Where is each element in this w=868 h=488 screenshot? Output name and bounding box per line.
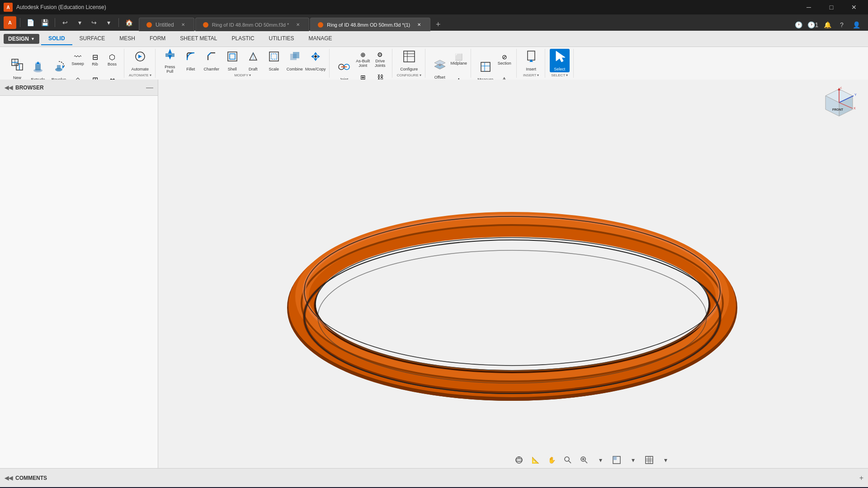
user-icon[interactable]: 👤 xyxy=(850,19,863,31)
history-icon[interactable]: 🕑1 xyxy=(807,19,819,31)
interference-button[interactable]: ⚠ Interfer. xyxy=(496,71,513,80)
combine-button[interactable]: Combine xyxy=(285,49,305,72)
select-button[interactable]: Select xyxy=(550,49,570,72)
select-group-label[interactable]: SELECT ▾ xyxy=(551,72,568,78)
pan-button[interactable]: ✋ xyxy=(544,454,559,466)
tab-solid[interactable]: SOLID xyxy=(41,33,72,45)
press-pull-button[interactable]: Press Pull xyxy=(160,49,180,72)
scale-button[interactable]: Scale xyxy=(264,49,284,72)
configure-btn[interactable]: Configure xyxy=(399,49,419,72)
boss-icon: ⬡ xyxy=(109,53,115,61)
tab-mesh[interactable]: MESH xyxy=(112,33,142,45)
undo-dropdown[interactable]: ▾ xyxy=(73,16,86,29)
tab-ring1[interactable]: Ring of ID 48.8mm OD 50mm.f3d * ✕ xyxy=(195,18,310,31)
loft-button[interactable]: ◇ Loft xyxy=(70,71,86,80)
undo-button[interactable]: ↩ xyxy=(59,16,71,29)
main-area: ◀◀ BROWSER — xyxy=(0,80,868,468)
grid-dropdown[interactable]: ▾ xyxy=(658,454,673,466)
tab-untitled[interactable]: Untitled ✕ xyxy=(139,18,194,31)
chamfer-button[interactable]: Chamfer xyxy=(202,49,222,72)
fillet-button[interactable]: Fillet xyxy=(181,49,201,72)
ribbon-tabs: SOLID SURFACE MESH FORM SHEET METAL PLAS… xyxy=(41,33,340,45)
comments-panel: ◀◀ COMMENTS + xyxy=(0,468,868,487)
close-button[interactable]: ✕ xyxy=(844,0,864,14)
rigid-group-button[interactable]: ⊞ RigidGroup xyxy=(355,71,371,80)
tab-surface[interactable]: SURFACE xyxy=(72,33,113,45)
configure-group-label[interactable]: CONFIGURE ▾ xyxy=(397,72,421,78)
new-component-icon xyxy=(10,57,24,75)
viewport[interactable]: FRONT Z Y X 📐 ✋ xyxy=(158,80,868,468)
tab-sheet-metal[interactable]: SHEET METAL xyxy=(173,33,224,45)
browser-content xyxy=(0,96,158,468)
tab-form[interactable]: FORM xyxy=(142,33,173,45)
sweep-button[interactable]: 〰 Sweep xyxy=(70,49,86,70)
look-at-button[interactable]: 📐 xyxy=(528,454,542,466)
as-built-joint-button[interactable]: ⊕ As-BuiltJoint xyxy=(355,49,371,70)
svg-marker-27 xyxy=(314,58,317,61)
display-mode-button[interactable] xyxy=(609,454,624,466)
extrude-button[interactable]: Extrude xyxy=(28,59,48,80)
automate-button[interactable]: Automate xyxy=(130,49,150,72)
design-mode-button[interactable]: DESIGN ▼ xyxy=(4,34,39,44)
motion-link-button[interactable]: ⛓ MotionLink xyxy=(372,71,388,80)
axis-through-button[interactable]: ↕ Axis xyxy=(451,71,467,80)
zoom-dropdown[interactable]: ▾ xyxy=(593,454,608,466)
section-analysis-icon: ⊘ xyxy=(502,53,507,61)
insert-group-label[interactable]: INSERT ▾ xyxy=(523,72,539,78)
svg-line-79 xyxy=(569,461,571,463)
section-analysis-button[interactable]: ⊘ Section xyxy=(496,49,513,70)
sweep-icon: 〰 xyxy=(74,53,81,61)
midplane-button[interactable]: ⬜ Midplane xyxy=(451,49,467,70)
tab-ring2[interactable]: Ring of ID 48.8mm OD 50mm.f3d *(1) ✕ xyxy=(310,18,430,31)
inspect-btn[interactable]: Measure xyxy=(476,59,495,80)
home-button[interactable]: 🏠 xyxy=(123,16,135,29)
web-button[interactable]: ⊞ Web xyxy=(87,71,103,80)
redo-dropdown[interactable]: ▾ xyxy=(102,16,115,29)
new-component-button[interactable]: NewComponent xyxy=(7,59,27,80)
tab-manage[interactable]: MANAGE xyxy=(302,33,340,45)
comments-add-button[interactable]: + xyxy=(859,474,863,482)
comments-collapse-icon[interactable]: ◀◀ xyxy=(5,475,13,481)
tab-close-ring1[interactable]: ✕ xyxy=(294,21,302,28)
revolve-button[interactable]: Revolve xyxy=(49,59,69,80)
draft-button[interactable]: Draft xyxy=(243,49,263,72)
tab-utilities[interactable]: UTILITIES xyxy=(262,33,302,45)
automate-group-label[interactable]: AUTOMATE ▾ xyxy=(129,72,151,78)
modify-group-label[interactable]: MODIFY ▾ xyxy=(234,72,251,78)
automate-icon xyxy=(133,49,147,66)
orbit-mode-button[interactable] xyxy=(512,454,526,466)
notification-icon[interactable]: 🔔 xyxy=(821,19,834,31)
zoom-button[interactable] xyxy=(577,454,591,466)
configure-icon xyxy=(402,49,416,66)
help-icon[interactable]: ? xyxy=(835,19,848,31)
tab-plastic[interactable]: PLASTIC xyxy=(225,33,262,45)
viewcube[interactable]: FRONT Z Y X xyxy=(821,87,857,123)
maximize-button[interactable]: □ xyxy=(821,0,842,14)
minimize-button[interactable]: ─ xyxy=(798,0,819,14)
joint-button[interactable]: Joint xyxy=(334,59,354,80)
insert-btn[interactable]: Insert xyxy=(521,49,541,72)
browser-header: ◀◀ BROWSER — xyxy=(0,80,158,96)
inspect-icon xyxy=(478,60,493,77)
drive-joints-button[interactable]: ⚙ DriveJoints xyxy=(372,49,388,70)
mirror-button[interactable]: ⇔ Mirror xyxy=(104,71,120,80)
save-button[interactable]: 💾 xyxy=(38,16,51,29)
zoom-fit-button[interactable] xyxy=(561,454,575,466)
offset-plane-button[interactable]: OffsetPlane xyxy=(430,59,450,80)
tab-close-untitled[interactable]: ✕ xyxy=(179,21,187,28)
tab-close-ring2[interactable]: ✕ xyxy=(415,21,423,28)
move-copy-button[interactable]: Move/Copy xyxy=(306,49,326,72)
boss-button[interactable]: ⬡ Boss xyxy=(104,49,120,70)
shell-button[interactable]: Shell xyxy=(222,49,242,72)
svg-text:FRONT: FRONT xyxy=(832,108,844,111)
add-tab-button[interactable]: + xyxy=(431,18,445,31)
quick-access-toolbar: A 📄 💾 ↩ ▾ ↪ ▾ 🏠 Untitled ✕ Ring of ID 48… xyxy=(0,14,868,31)
display-dropdown[interactable]: ▾ xyxy=(626,454,640,466)
redo-button[interactable]: ↪ xyxy=(88,16,100,29)
autosave-icon[interactable]: 🕐 xyxy=(792,19,805,31)
new-file-button[interactable]: 📄 xyxy=(24,16,37,29)
browser-collapse-icon[interactable]: ◀◀ xyxy=(5,84,13,91)
grid-button[interactable] xyxy=(642,454,656,466)
browser-minus-icon[interactable]: — xyxy=(146,84,153,92)
rib-button[interactable]: ⊟ Rib xyxy=(87,49,103,70)
